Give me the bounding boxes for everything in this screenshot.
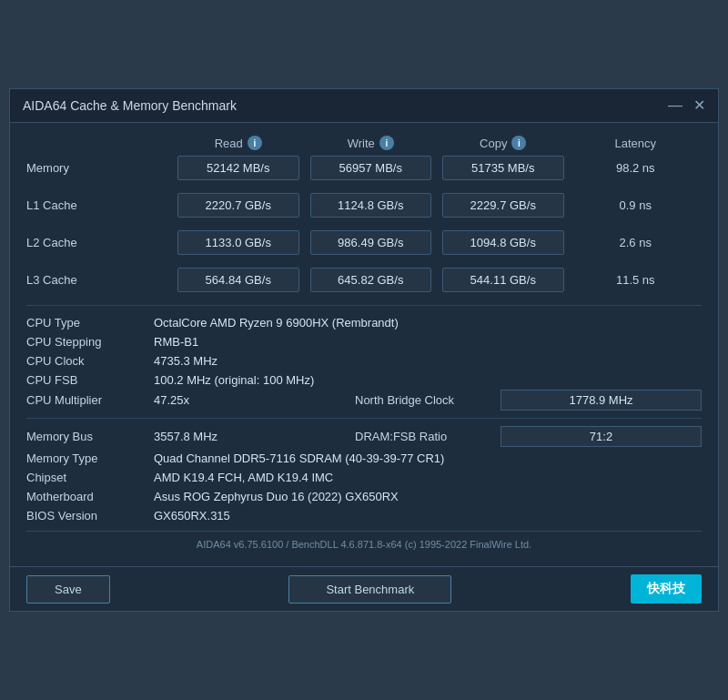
- start-benchmark-button[interactable]: Start Benchmark: [288, 575, 451, 604]
- bios-val: GX650RX.315: [154, 506, 702, 525]
- l3-latency-value: 11.5 ns: [570, 273, 703, 287]
- save-button[interactable]: Save: [26, 575, 110, 604]
- divider-2: [26, 418, 702, 419]
- memory-latency-value: 98.2 ns: [570, 161, 703, 175]
- l3-label: L3 Cache: [26, 273, 172, 287]
- bench-header-read: Read i: [172, 136, 305, 150]
- nb-clock-key: North Bridge Clock: [355, 391, 500, 410]
- bios-key: BIOS Version: [26, 506, 154, 525]
- bench-header-write: Write i: [305, 136, 438, 150]
- close-button[interactable]: ✕: [693, 98, 705, 113]
- bench-row-l1: L1 Cache 2220.7 GB/s 1124.8 GB/s 2229.7 …: [26, 193, 702, 218]
- memory-bus-key: Memory Bus: [26, 427, 154, 446]
- cpu-info-section: CPU Type OctalCore AMD Ryzen 9 6900HX (R…: [26, 313, 702, 390]
- read-info-icon[interactable]: i: [248, 136, 262, 150]
- minimize-button[interactable]: —: [668, 98, 682, 113]
- l1-label: L1 Cache: [26, 198, 172, 212]
- divider-1: [26, 305, 702, 306]
- memory-copy-value: 51735 MB/s: [437, 156, 570, 180]
- bench-row-memory: Memory 52142 MB/s 56957 MB/s 51735 MB/s …: [26, 156, 702, 180]
- cpu-fsb-val: 100.2 MHz (original: 100 MHz): [154, 370, 702, 390]
- bench-header-copy: Copy i: [437, 136, 570, 150]
- copy-info-icon[interactable]: i: [511, 136, 526, 150]
- chipset-key: Chipset: [26, 468, 154, 487]
- memory-read-value: 52142 MB/s: [172, 156, 305, 180]
- dram-ratio-key: DRAM:FSB Ratio: [355, 427, 500, 446]
- dram-ratio-val: 71:2: [500, 426, 702, 447]
- bench-row-l3: L3 Cache 564.84 GB/s 645.82 GB/s 544.11 …: [26, 268, 702, 292]
- main-content: Read i Write i Copy i Latency Memory 521…: [10, 123, 718, 566]
- cpu-multiplier-key: CPU Multiplier: [26, 391, 154, 410]
- cpu-type-key: CPU Type: [26, 313, 154, 332]
- motherboard-val: Asus ROG Zephyrus Duo 16 (2022) GX650RX: [154, 487, 702, 506]
- l2-label: L2 Cache: [26, 236, 172, 249]
- memory-info-section: Memory Type Quad Channel DDR5-7116 SDRAM…: [26, 449, 702, 525]
- nb-clock-val: 1778.9 MHz: [500, 390, 702, 411]
- l2-copy-value: 1094.8 GB/s: [437, 230, 570, 255]
- l2-read-value: 1133.0 GB/s: [172, 230, 305, 255]
- cpu-clock-val: 4735.3 MHz: [154, 351, 702, 370]
- memory-write-value: 56957 MB/s: [305, 156, 438, 180]
- memory-label: Memory: [26, 161, 172, 175]
- window-controls: — ✕: [668, 98, 705, 113]
- footer-text: AIDA64 v6.75.6100 / BenchDLL 4.6.871.8-x…: [26, 531, 702, 559]
- memory-bus-val: 3557.8 MHz: [154, 427, 355, 446]
- chipset-val: AMD K19.4 FCH, AMD K19.4 IMC: [154, 468, 702, 487]
- cpu-multiplier-row: CPU Multiplier 47.25x North Bridge Clock…: [26, 390, 702, 411]
- l1-latency-value: 0.9 ns: [570, 198, 703, 212]
- l2-write-value: 986.49 GB/s: [305, 230, 438, 255]
- title-bar: AIDA64 Cache & Memory Benchmark — ✕: [10, 89, 718, 123]
- l1-copy-value: 2229.7 GB/s: [437, 193, 570, 218]
- memory-bus-row: Memory Bus 3557.8 MHz DRAM:FSB Ratio 71:…: [26, 426, 702, 447]
- cpu-multiplier-val: 47.25x: [154, 391, 355, 410]
- l3-write-value: 645.82 GB/s: [305, 268, 438, 292]
- cpu-type-val: OctalCore AMD Ryzen 9 6900HX (Rembrandt): [154, 313, 702, 332]
- motherboard-key: Motherboard: [26, 487, 154, 506]
- cpu-fsb-key: CPU FSB: [26, 370, 154, 390]
- main-window: AIDA64 Cache & Memory Benchmark — ✕ Read…: [9, 88, 719, 612]
- l2-latency-value: 2.6 ns: [570, 236, 703, 249]
- l1-read-value: 2220.7 GB/s: [172, 193, 305, 218]
- memory-type-key: Memory Type: [26, 449, 154, 468]
- l3-copy-value: 544.11 GB/s: [437, 268, 570, 292]
- cpu-clock-key: CPU Clock: [26, 351, 154, 370]
- brand-button[interactable]: 快科技: [631, 574, 702, 604]
- l3-read-value: 564.84 GB/s: [172, 268, 305, 292]
- cpu-stepping-key: CPU Stepping: [26, 332, 154, 351]
- l1-write-value: 1124.8 GB/s: [305, 193, 438, 218]
- bench-header-latency: Latency: [570, 136, 703, 150]
- window-title: AIDA64 Cache & Memory Benchmark: [23, 98, 237, 113]
- bench-row-l2: L2 Cache 1133.0 GB/s 986.49 GB/s 1094.8 …: [26, 230, 702, 255]
- bench-header: Read i Write i Copy i Latency: [26, 136, 702, 150]
- cpu-stepping-val: RMB-B1: [154, 332, 702, 351]
- bench-header-empty: [26, 136, 172, 150]
- memory-type-val: Quad Channel DDR5-7116 SDRAM (40-39-39-7…: [154, 449, 702, 468]
- write-info-icon[interactable]: i: [379, 136, 394, 150]
- bottom-bar: Save Start Benchmark 快科技: [10, 566, 718, 611]
